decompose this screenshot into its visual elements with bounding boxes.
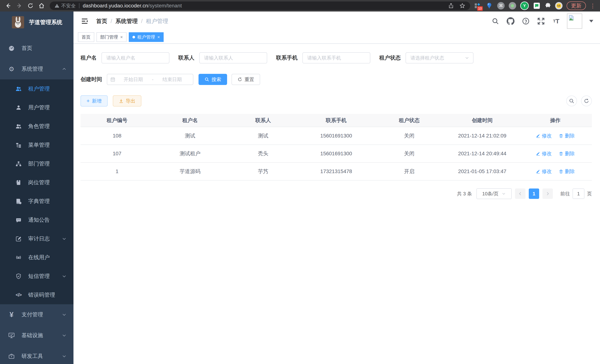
tab-dept[interactable]: 部门管理 × (96, 32, 127, 42)
avatar[interactable] (567, 14, 582, 29)
edit-link[interactable]: 修改 (536, 132, 552, 139)
next-page-button[interactable] (543, 188, 553, 199)
table-header-row: 租户编号 租户名 联系人 联系手机 租户状态 创建时间 操作 (81, 114, 592, 127)
sidebar-item-dict[interactable]: 字典管理 (0, 192, 74, 211)
sidebar-item-menu[interactable]: 菜单管理 (0, 136, 74, 154)
mobile-input[interactable] (302, 52, 370, 64)
breadcrumb-system[interactable]: 系统管理 (115, 18, 138, 25)
sidebar-collapse-icon[interactable] (81, 17, 89, 25)
badge-icon (14, 180, 23, 186)
col-tenant-name: 租户名 (154, 114, 227, 127)
app-logo-row[interactable]: 芋道管理系统 (0, 11, 74, 33)
status-select[interactable]: 请选择租户状态 (406, 52, 473, 64)
toggle-search-button[interactable] (566, 95, 577, 106)
delete-link[interactable]: 删除 (559, 132, 575, 139)
sidebar-item-error-code[interactable]: </> 错误码管理 (0, 286, 74, 304)
calendar-icon (110, 77, 115, 82)
sidebar-item-audit-log[interactable]: 审计日志 (0, 229, 74, 248)
sidebar-item-tenant[interactable]: 租户管理 (0, 79, 74, 98)
browser-menu-icon[interactable]: ⋮ (590, 3, 596, 9)
close-icon[interactable]: × (157, 35, 160, 40)
pagination-goto: 前往 页 (560, 188, 592, 199)
export-button[interactable]: 导出 (113, 95, 141, 106)
tab-tenant[interactable]: 租户管理 × (129, 32, 164, 42)
sidebar-item-role[interactable]: 角色管理 (0, 117, 74, 136)
cell-contact: 秃头 (226, 145, 300, 162)
font-size-icon[interactable]: TT (552, 17, 561, 26)
extension-chat-icon[interactable] (533, 2, 541, 10)
cell-tenant-name: 芋道源码 (154, 162, 227, 180)
cell-tenant-name: 测试 (154, 127, 227, 145)
browser-update-button[interactable]: 更新 (567, 1, 586, 10)
share-icon[interactable] (448, 3, 454, 9)
tenant-name-input[interactable] (102, 52, 169, 64)
date-end-placeholder: 结束日期 (154, 76, 190, 83)
extensions-puzzle-icon[interactable] (545, 3, 551, 9)
col-tenant-id: 租户编号 (81, 114, 154, 127)
edit-link[interactable]: 修改 (536, 168, 552, 175)
goto-page-input[interactable] (572, 188, 584, 199)
github-icon[interactable] (506, 17, 515, 26)
extension-y-icon[interactable]: Y (520, 1, 529, 10)
sidebar-item-infra[interactable]: 基础设施 (0, 325, 74, 346)
extension-dot-icon[interactable] (509, 2, 516, 9)
reset-button[interactable]: 重置 (232, 74, 260, 85)
chevron-down-icon (465, 56, 469, 60)
active-tab-dot (132, 36, 135, 38)
bookmark-star-icon[interactable] (459, 3, 465, 9)
sidebar-item-pay[interactable]: ¥ 支付管理 (0, 304, 74, 325)
sidebar-item-online-users[interactable]: 在线用户 (0, 248, 74, 267)
fullscreen-icon[interactable] (536, 17, 545, 26)
filter-row-1: 租户名 联系人 联系手机 租户状态 请选择租户状态 (81, 52, 592, 64)
breadcrumb-current: 租户管理 (146, 18, 168, 25)
sidebar-item-sms[interactable]: 短信管理 (0, 267, 74, 286)
cell-tenant-id: 108 (81, 127, 154, 145)
help-icon[interactable] (521, 17, 530, 26)
tenant-users-icon (14, 86, 23, 92)
breadcrumb-home[interactable]: 首页 (96, 18, 107, 25)
header-search-icon[interactable] (491, 17, 500, 26)
sidebar-item-label: 在线用户 (28, 254, 67, 261)
close-icon[interactable]: × (120, 35, 123, 40)
address-bar[interactable]: 不安全 dashboard.yudao.iocoder.cn/system/te… (50, 1, 470, 10)
edit-icon (536, 151, 540, 156)
delete-link[interactable]: 删除 (559, 150, 575, 157)
url-text: dashboard.yudao.iocoder.cn/system/tenant (83, 3, 182, 9)
tenant-table: 租户编号 租户名 联系人 联系手机 租户状态 创建时间 操作 108 测试 (81, 114, 592, 180)
sidebar-item-notice[interactable]: 通知公告 (0, 211, 74, 229)
page-size-select[interactable]: 10条/页 (477, 188, 512, 199)
sidebar-item-system[interactable]: ⚙ 系统管理 (0, 59, 74, 79)
field-label: 联系手机 (276, 54, 298, 62)
sidebar-item-label: 短信管理 (28, 272, 62, 280)
reset-button-label: 重置 (244, 76, 254, 83)
extension-balloon-icon[interactable] (485, 2, 493, 10)
sidebar-item-dept[interactable]: 部门管理 (0, 154, 74, 173)
extension-grid-icon[interactable]: 10 (473, 2, 481, 10)
sidebar-item-devtools[interactable]: 研发工具 (0, 346, 74, 364)
filter-contact: 联系人 (178, 52, 267, 64)
sidebar-item-home[interactable]: 首页 (0, 38, 74, 59)
edit-link[interactable]: 修改 (536, 150, 552, 157)
extension-emoji-icon[interactable] (555, 2, 562, 9)
extension-command-icon[interactable]: ⌘ (497, 2, 505, 9)
add-button[interactable]: + 新增 (81, 95, 108, 106)
avatar-caret-icon[interactable] (589, 20, 593, 22)
browser-reload-button[interactable] (26, 1, 35, 10)
prev-page-button[interactable] (515, 188, 525, 199)
refresh-table-button[interactable] (581, 95, 592, 106)
field-label: 联系人 (178, 54, 194, 62)
browser-home-button[interactable] (37, 1, 46, 10)
edit-label: 修改 (542, 168, 552, 175)
sidebar-item-user[interactable]: 用户管理 (0, 98, 74, 117)
cell-mobile: 17321315478 (300, 162, 373, 180)
search-button[interactable]: 搜索 (198, 74, 227, 85)
browser-forward-button[interactable] (14, 1, 24, 10)
date-range-picker[interactable]: 开始日期 - 结束日期 (107, 74, 193, 85)
sidebar-item-post[interactable]: 岗位管理 (0, 173, 74, 192)
tab-home[interactable]: 首页 (78, 32, 94, 42)
browser-back-button[interactable] (3, 1, 13, 10)
contact-input[interactable] (199, 52, 267, 64)
page-number-1[interactable]: 1 (529, 188, 539, 199)
chevron-down-icon (62, 274, 67, 279)
delete-link[interactable]: 删除 (559, 168, 575, 175)
